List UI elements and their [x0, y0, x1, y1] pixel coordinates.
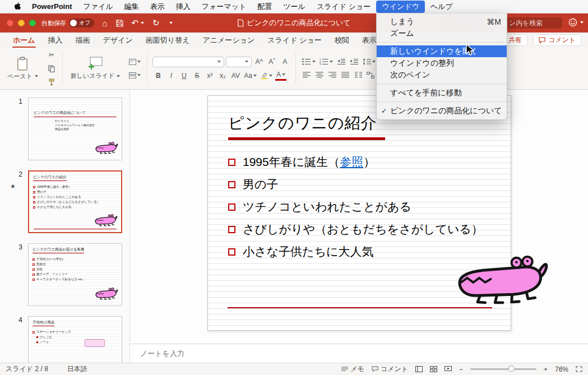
zoom-slider-knob[interactable]	[508, 365, 515, 372]
menu-item-bring-all-to-front[interactable]: すべてを手前に移動	[377, 87, 507, 99]
comments-toggle-button[interactable]: コメント	[372, 364, 408, 374]
bullet-line[interactable]: ツチノコといわれたことがある	[228, 199, 483, 215]
tab-slideshow[interactable]: スライド ショー	[261, 33, 327, 48]
grow-font-button[interactable]: A^	[253, 57, 265, 67]
slide-title-textbox[interactable]: ピンクのワニの紹介	[228, 113, 377, 134]
menubar-item-edit[interactable]: 編集	[119, 1, 145, 13]
increase-indent-button[interactable]	[349, 57, 360, 67]
bullet-line[interactable]: 小さな子供たちに大人気	[228, 244, 483, 260]
zoom-window-button[interactable]	[29, 20, 36, 26]
menubar-item-help[interactable]: ヘルプ	[425, 1, 459, 13]
indent-icon	[350, 58, 358, 65]
slide-thumbnail-1[interactable]: ピンクのワニの商品化について わにちゃん クロコダイルワールド株式会社 商品企画…	[28, 98, 122, 160]
feedback-button[interactable]	[568, 18, 584, 27]
decrease-indent-button[interactable]	[336, 57, 347, 67]
toolbar-options-button[interactable]	[168, 22, 173, 24]
bullets-button[interactable]	[301, 57, 317, 67]
shrink-font-button[interactable]: Aˇ	[266, 57, 277, 67]
menu-item-zoom[interactable]: ズーム	[377, 27, 507, 39]
save-button[interactable]	[116, 20, 123, 27]
fit-slide-button[interactable]	[576, 366, 582, 372]
font-size-combobox[interactable]	[226, 57, 252, 67]
paste-button[interactable]: ペースト	[4, 55, 41, 82]
menu-item-active-document[interactable]: ✓ピンクのワニの商品化について	[377, 105, 507, 117]
menubar-item-arrange[interactable]: 配置	[252, 1, 277, 13]
minimize-window-button[interactable]	[18, 20, 25, 26]
menu-item-minimize[interactable]: しまう⌘M	[377, 16, 507, 27]
title-underline-shape	[228, 137, 385, 140]
language-indicator[interactable]: 日本語	[67, 364, 87, 374]
menu-item-arrange-windows[interactable]: ウインドウの整列	[377, 57, 507, 69]
apple-menu[interactable]	[8, 2, 26, 11]
superscript-button[interactable]: x²	[204, 71, 215, 81]
bullet-line[interactable]: 男の子	[228, 177, 483, 192]
autosave-toggle[interactable]: オフ	[69, 18, 94, 27]
slide-number: 2	[8, 170, 22, 178]
underline-button[interactable]: U	[178, 71, 189, 81]
tab-animations[interactable]: アニメーション	[196, 33, 261, 48]
italic-button[interactable]: I	[165, 71, 177, 81]
bullet-line[interactable]: さびしがりや（おともだちをさがしている）	[228, 221, 483, 237]
align-left-button[interactable]	[301, 70, 312, 80]
slide-thumbnail-2-selected[interactable]: ピンクのワニの紹介 1995年春に誕生（参照） 男の子 ツチノコといわれたことが…	[28, 170, 122, 233]
tab-transitions[interactable]: 画面切り替え	[140, 33, 196, 48]
justify-button[interactable]	[340, 70, 351, 80]
subscript-button[interactable]: x₂	[217, 71, 228, 81]
bullet-line[interactable]: 1995年春に誕生（参照）	[228, 154, 483, 170]
zoom-out-button[interactable]: −	[459, 365, 463, 373]
menubar-item-view[interactable]: 表示	[145, 1, 170, 13]
font-color-button[interactable]: A	[275, 71, 286, 81]
menubar-item-window[interactable]: ウインドウ	[376, 1, 425, 13]
menu-item-new-window[interactable]: 新しいウインドウを開く	[377, 45, 507, 57]
numbering-button[interactable]: 123	[318, 57, 334, 67]
notes-toggle-button[interactable]: メモ	[341, 364, 364, 374]
section-button[interactable]	[128, 70, 142, 80]
slideshow-view-button[interactable]	[445, 366, 452, 372]
tab-design[interactable]: デザイン	[97, 33, 139, 48]
menubar-item-insert[interactable]: 挿入	[170, 1, 196, 13]
align-right-button[interactable]	[327, 70, 338, 80]
menubar-item-format[interactable]: フォーマット	[196, 1, 252, 13]
format-painter-button[interactable]	[46, 77, 57, 87]
menubar-item-tools[interactable]: ツール	[277, 1, 311, 13]
copy-button[interactable]	[46, 63, 57, 73]
apple-icon	[13, 2, 21, 11]
columns-button[interactable]	[353, 70, 364, 80]
zoom-level[interactable]: 76%	[555, 365, 568, 373]
cut-button[interactable]: ✂	[46, 50, 57, 60]
close-window-button[interactable]	[7, 20, 13, 26]
menubar-item-slideshow[interactable]: スライド ショー	[311, 1, 376, 13]
tab-review[interactable]: 校閲	[328, 33, 355, 48]
menubar-item-file[interactable]: ファイル	[78, 1, 119, 13]
undo-button[interactable]: ↶	[132, 18, 145, 28]
character-spacing-button[interactable]: AV	[230, 71, 241, 81]
slide-thumbnail-3[interactable]: ピンクのワニ商品が受ける客層 子供向け(〜小学生) 乳幼児 女性 親子ペア、ファ…	[28, 243, 122, 306]
tab-home[interactable]: ホーム	[7, 33, 41, 48]
align-center-button[interactable]	[314, 70, 325, 80]
font-name-combobox[interactable]	[152, 57, 224, 67]
tab-insert[interactable]: 挿入	[42, 33, 69, 48]
layout-button[interactable]	[128, 57, 142, 67]
strikethrough-button[interactable]: S	[191, 71, 202, 81]
new-slide-button[interactable]: 新しいスライド	[68, 55, 123, 81]
home-button[interactable]: ⌂	[102, 18, 107, 28]
hyperlink-sansho[interactable]: 参照	[340, 155, 363, 168]
line-spacing-button[interactable]	[362, 57, 377, 67]
redo-button[interactable]: ↻	[152, 18, 160, 28]
slide-body-textbox[interactable]: 1995年春に誕生（参照） 男の子 ツチノコといわれたことがある さびしがりや（…	[228, 154, 483, 260]
slide-thumbnail-4[interactable]: 子供向け商品 ステーショナリーグッズ けしごむ ノート	[28, 316, 122, 363]
normal-view-button[interactable]	[415, 366, 423, 372]
tab-draw[interactable]: 描画	[70, 33, 96, 48]
zoom-in-button[interactable]: +	[544, 365, 548, 373]
bold-button[interactable]: B	[152, 71, 164, 81]
menu-item-next-pane[interactable]: 次のペイン	[377, 69, 507, 81]
pink-crocodile-drawing[interactable]	[455, 253, 549, 308]
menubar-item-powerpoint[interactable]: PowerPoint	[26, 1, 78, 12]
notes-pane[interactable]: ノートを入力	[130, 344, 588, 363]
slide-sorter-view-button[interactable]	[430, 366, 437, 372]
highlight-button[interactable]	[260, 71, 274, 81]
clear-formatting-button[interactable]: A	[279, 57, 290, 67]
zoom-slider[interactable]	[470, 368, 536, 370]
comments-button[interactable]: コメント	[533, 34, 581, 46]
change-case-button[interactable]: Aa	[243, 71, 258, 81]
